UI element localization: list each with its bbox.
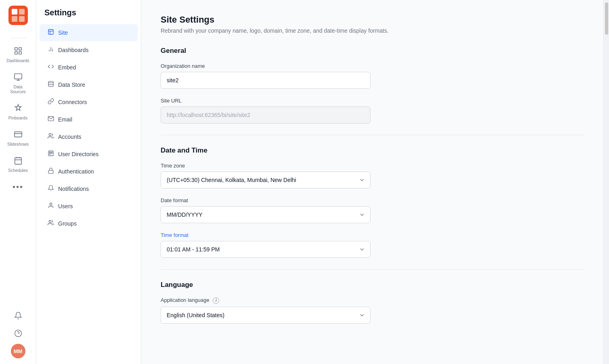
sidebar-item-user-directories[interactable]: User Directories	[40, 146, 138, 163]
data-sources-icon	[14, 73, 23, 83]
authentication-icon	[48, 167, 54, 176]
svg-point-29	[49, 220, 51, 222]
sidebar-item-site[interactable]: Site	[40, 24, 138, 41]
nav-item-pinboards-label: Pinboards	[8, 115, 27, 120]
sidebar-item-email-label: Email	[58, 116, 72, 123]
sidebar-item-data-store-label: Data Store	[58, 82, 85, 88]
sidebar-item-user-directories-label: User Directories	[58, 151, 98, 157]
sidebar-item-connectors[interactable]: Connectors	[40, 94, 138, 111]
svg-rect-7	[14, 132, 21, 137]
site-url-group: Site URL	[161, 98, 584, 123]
connectors-icon	[48, 98, 54, 106]
nav-item-data-sources[interactable]: Data Sources	[4, 69, 33, 98]
email-icon	[48, 115, 54, 123]
svg-rect-2	[15, 52, 17, 54]
app-lang-select[interactable]: English (United States) French German Sp…	[161, 307, 370, 324]
svg-rect-27	[48, 170, 53, 173]
svg-rect-4	[14, 74, 21, 79]
sidebar-title: Settings	[36, 8, 141, 24]
divider-general	[161, 135, 584, 135]
svg-rect-9	[15, 158, 21, 165]
page-title: Site Settings	[161, 15, 584, 25]
timezone-group: Time zone (UTC+05:30) Chennai, Kolkata, …	[161, 163, 584, 188]
sidebar-item-site-label: Site	[58, 29, 68, 36]
nav-item-slideshows[interactable]: Slideshows	[4, 126, 33, 151]
nav-item-data-sources-label: Data Sources	[6, 84, 30, 94]
schedules-icon	[14, 156, 23, 166]
nav-item-schedules-label: Schedules	[8, 168, 28, 173]
sidebar-item-embed[interactable]: Embed	[40, 59, 138, 76]
svg-rect-1	[19, 48, 21, 50]
pinboards-icon	[14, 104, 23, 114]
groups-icon	[48, 220, 54, 228]
users-icon	[48, 202, 54, 210]
site-icon	[48, 29, 54, 37]
svg-rect-0	[15, 48, 17, 50]
site-url-input	[161, 107, 370, 123]
sidebar-item-authentication-label: Authentication	[58, 168, 94, 175]
sidebar-dashboards-icon	[48, 46, 54, 54]
time-format-label: Time format	[161, 232, 584, 238]
timezone-select[interactable]: (UTC+05:30) Chennai, Kolkata, Mumbai, Ne…	[161, 172, 370, 188]
date-time-section-title: Date and Time	[161, 146, 584, 155]
sidebar-item-accounts-label: Accounts	[58, 134, 82, 140]
sidebar-item-groups-label: Groups	[58, 220, 77, 227]
accounts-icon	[48, 133, 54, 141]
embed-icon	[48, 63, 54, 71]
left-nav: Dashboards Data Sources Pinboards Slides…	[0, 0, 36, 364]
sidebar-item-notifications-label: Notifications	[58, 186, 89, 192]
svg-point-23	[49, 134, 51, 136]
sidebar-item-users[interactable]: Users	[40, 198, 138, 215]
nav-item-more[interactable]: •••	[4, 178, 33, 196]
nav-item-schedules[interactable]: Schedules	[4, 152, 33, 177]
sidebar-item-dashboards[interactable]: Dashboards	[40, 42, 138, 59]
nav-item-pinboards[interactable]: Pinboards	[4, 100, 33, 124]
scrollbar-thumb[interactable]	[605, 2, 608, 35]
sidebar-item-connectors-label: Connectors	[58, 99, 87, 105]
user-directories-icon	[48, 150, 54, 158]
app-lang-label: Application language i	[161, 297, 584, 304]
general-section-title: General	[161, 47, 584, 55]
svg-rect-25	[50, 152, 50, 155]
org-name-group: Organization name	[161, 63, 584, 89]
nav-bottom: MM	[11, 308, 25, 358]
svg-point-13	[15, 330, 21, 337]
sidebar-notifications-icon	[48, 185, 54, 193]
app-lang-info-icon[interactable]: i	[213, 297, 219, 304]
svg-point-21	[48, 81, 53, 83]
svg-point-28	[50, 203, 52, 205]
nav-item-slideshows-label: Slideshows	[7, 142, 29, 146]
data-store-icon	[48, 81, 54, 89]
app-lang-group: Application language i English (United S…	[161, 297, 584, 324]
page-subtitle: Rebrand with your company name, logo, do…	[161, 27, 584, 34]
sidebar-item-dashboards-label: Dashboards	[58, 47, 89, 53]
sidebar-item-authentication[interactable]: Authentication	[40, 163, 138, 180]
user-avatar[interactable]: MM	[11, 344, 25, 358]
nav-item-dashboards-label: Dashboards	[6, 58, 29, 63]
svg-rect-3	[19, 52, 21, 54]
sidebar-item-embed-label: Embed	[58, 64, 76, 71]
org-name-label: Organization name	[161, 63, 584, 69]
notifications-bell-button[interactable]	[11, 308, 25, 323]
sidebar-item-notifications[interactable]: Notifications	[40, 180, 138, 197]
nav-item-dashboards[interactable]: Dashboards	[4, 42, 33, 67]
right-scrollbar	[603, 0, 609, 364]
date-format-select[interactable]: MM/DD/YYYY DD/MM/YYYY YYYY-MM-DD	[161, 206, 370, 223]
sidebar-item-accounts[interactable]: Accounts	[40, 128, 138, 145]
sidebar-item-email[interactable]: Email	[40, 111, 138, 128]
sidebar-item-data-store[interactable]: Data Store	[40, 76, 138, 93]
timezone-label: Time zone	[161, 163, 584, 169]
time-format-select[interactable]: 01:01 AM - 11:59 PM 00:01 - 23:59	[161, 241, 370, 258]
org-name-input[interactable]	[161, 72, 370, 89]
app-logo[interactable]	[8, 6, 28, 25]
main-content: Site Settings Rebrand with your company …	[141, 0, 603, 364]
sidebar-item-users-label: Users	[58, 203, 73, 209]
sidebar-item-groups[interactable]: Groups	[40, 215, 138, 232]
svg-rect-15	[48, 29, 53, 34]
date-format-group: Date format MM/DD/YYYY DD/MM/YYYY YYYY-M…	[161, 197, 584, 223]
help-button[interactable]	[11, 326, 25, 341]
dashboards-icon	[14, 46, 23, 56]
svg-rect-24	[48, 151, 53, 156]
language-section-title: Language	[161, 281, 584, 289]
settings-sidebar: Settings Site Dashboards Embed	[36, 0, 141, 364]
